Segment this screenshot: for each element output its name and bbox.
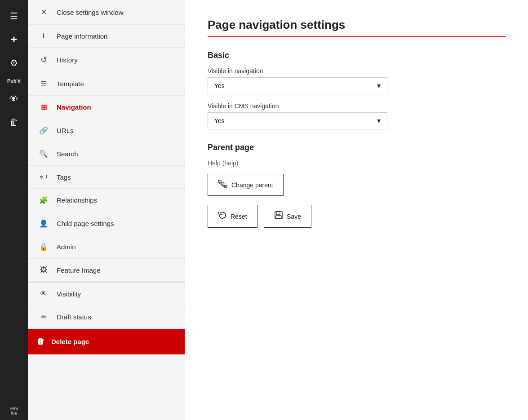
change-parent-button[interactable]: Change parent	[208, 174, 284, 196]
pencil-icon: ✏	[37, 313, 50, 321]
save-button[interactable]: Save	[264, 205, 311, 228]
reset-icon	[218, 211, 227, 222]
basic-section-title: Basic	[208, 51, 506, 60]
eye-icon: 👁	[9, 94, 18, 104]
image-icon: 🖼	[37, 266, 50, 274]
sidebar-item-label: History	[57, 56, 78, 64]
change-parent-icon	[218, 180, 228, 190]
sidebar-item-navigation[interactable]: ⊞ Navigation	[28, 96, 185, 119]
visible-in-nav-select[interactable]: Yes No	[208, 77, 387, 94]
sidebar-item-admin[interactable]: 🔒 Admin	[28, 235, 185, 259]
sidebar-item-label: Visibility	[57, 290, 81, 298]
sidebar-item-label: Navigation	[57, 103, 91, 111]
sidebar-item-label: Draft status	[57, 313, 91, 321]
parent-page-title: Parent page	[208, 143, 506, 152]
history-icon: ↺	[37, 55, 50, 65]
sidebar-item-close-settings[interactable]: ✕ Close settings window	[28, 0, 185, 25]
save-icon	[274, 211, 283, 222]
sidebar-item-search[interactable]: 🔍 Search	[28, 142, 185, 166]
trash-button[interactable]: 🗑	[0, 111, 28, 134]
sidebar-item-history[interactable]: ↺ History	[28, 48, 185, 72]
menu-icon: ☰	[10, 11, 18, 22]
sidebar-item-tags[interactable]: 🏷 Tags	[28, 166, 185, 189]
sidebar: ✕ Close settings window i Page informati…	[28, 0, 185, 420]
sidebar-item-label: URLs	[57, 127, 74, 134]
sidebar-item-draft-status[interactable]: ✏ Draft status	[28, 305, 185, 329]
template-icon: ☰	[37, 80, 50, 88]
search-icon: 🔍	[37, 150, 50, 158]
reset-button[interactable]: Reset	[208, 205, 257, 228]
trash-icon: 🗑	[9, 117, 18, 128]
menu-button[interactable]: ☰	[0, 4, 28, 28]
sidebar-item-label: Search	[57, 150, 78, 158]
sidebar-item-template[interactable]: ☰ Template	[28, 72, 185, 96]
sidebar-item-feature-image[interactable]: 🖼 Feature Image	[28, 259, 185, 282]
change-parent-row: Change parent	[208, 174, 506, 200]
sidebar-item-label: Close settings window	[57, 9, 123, 16]
delete-page-label: Delete page	[51, 338, 89, 345]
sidebar-item-label: Tags	[57, 173, 71, 181]
navigation-icon: ⊞	[37, 103, 50, 111]
svg-rect-0	[218, 180, 221, 182]
svg-rect-8	[276, 212, 280, 214]
info-icon: i	[37, 32, 50, 40]
lock-icon: 🔒	[37, 243, 50, 251]
sidebar-item-visibility[interactable]: 👁 Visibility	[28, 283, 185, 305]
parent-page-description: Help (help)	[208, 159, 506, 167]
relationships-icon: 🧩	[37, 196, 50, 204]
visible-in-nav-wrapper: Yes No ▼	[208, 77, 387, 94]
sidebar-item-label: Admin	[57, 243, 76, 251]
action-row: Reset Save	[208, 205, 506, 232]
main-content: Page navigation settings Basic Visible i…	[185, 0, 528, 420]
delete-icon: 🗑	[37, 337, 45, 346]
close-icon: ✕	[37, 7, 50, 17]
view-live-button[interactable]: View live	[0, 402, 28, 420]
visible-in-nav-label: Visible in navigation	[208, 67, 506, 75]
sidebar-item-child-page-settings[interactable]: 👤 Child page settings	[28, 212, 185, 235]
visible-in-cms-wrapper: Yes No ▼	[208, 112, 387, 129]
toolbar: ☰ + ⚙ Pub'd 👁 🗑 View live	[0, 0, 28, 420]
child-page-icon: 👤	[37, 219, 50, 228]
title-divider	[208, 36, 506, 37]
sidebar-item-relationships[interactable]: 🧩 Relationships	[28, 189, 185, 212]
sidebar-item-delete-page[interactable]: 🗑 Delete page	[28, 329, 185, 354]
settings-button[interactable]: ⚙	[0, 51, 28, 75]
page-title: Page navigation settings	[208, 18, 506, 32]
sidebar-item-page-information[interactable]: i Page information	[28, 25, 185, 48]
change-parent-label: Change parent	[231, 181, 273, 189]
link-icon: 🔗	[37, 126, 50, 135]
save-label: Save	[287, 213, 301, 220]
visible-in-cms-select[interactable]: Yes No	[208, 112, 387, 129]
tags-icon: 🏷	[37, 173, 50, 181]
svg-rect-9	[276, 216, 281, 218]
sidebar-item-urls[interactable]: 🔗 URLs	[28, 119, 185, 142]
parent-page-section: Parent page Help (help) Change parent	[208, 143, 506, 232]
pub-button[interactable]: Pub'd	[0, 75, 28, 87]
settings-icon: ⚙	[10, 57, 18, 68]
sidebar-item-label: Page information	[57, 32, 107, 40]
add-icon: +	[11, 33, 17, 46]
basic-section: Basic Visible in navigation Yes No ▼ Vis…	[208, 51, 506, 129]
reset-label: Reset	[231, 213, 247, 220]
sidebar-item-label: Template	[57, 80, 84, 88]
sidebar-item-label: Child page settings	[57, 220, 114, 227]
sidebar-item-label: Relationships	[57, 196, 97, 204]
visible-in-cms-label: Visible in CMS navigation	[208, 102, 506, 110]
eye-button[interactable]: 👁	[0, 87, 28, 111]
sidebar-item-label: Feature Image	[57, 266, 101, 274]
visibility-icon: 👁	[37, 290, 50, 298]
add-button[interactable]: +	[0, 28, 28, 51]
